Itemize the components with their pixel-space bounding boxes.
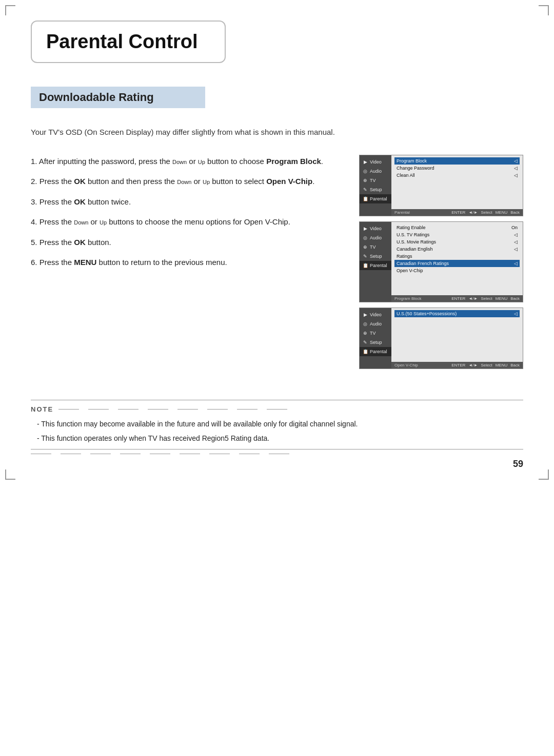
tv-footer-label-1: Parental xyxy=(394,210,410,215)
parental-icon-2: 📋 xyxy=(363,263,368,268)
note-dash xyxy=(267,409,287,410)
section-heading: Downloadable Rating xyxy=(31,87,205,108)
tv-main-1: Program Block ◁ Change Password ◁ Clean … xyxy=(391,155,523,216)
tv-sidebar-video-1: ▶ Video xyxy=(360,157,391,167)
tv-footer-1: Parental ENTER ◄/► Select MENU Back xyxy=(391,209,523,216)
note-header-row: NOTE xyxy=(31,405,523,413)
tv-footer-controls-1: ENTER ◄/► Select MENU Back xyxy=(451,210,520,215)
tv-menu-rating-enable: Rating Enable On xyxy=(394,224,520,231)
page-number: 59 xyxy=(513,459,523,469)
tv-menu-canadian-french: Canadian French Ratings ◁ xyxy=(394,260,520,267)
note-dash xyxy=(148,409,168,410)
parental-icon-1: 📋 xyxy=(363,196,368,201)
video-icon-1: ▶ xyxy=(363,159,368,165)
tv-main-content-3: U.S.(50 States+Possessions) ◁ xyxy=(391,308,523,362)
note-bottom-dash xyxy=(180,454,200,454)
tv-menu-program-block: Program Block ◁ xyxy=(394,157,520,165)
tv-screen-3: ▶ Video ◎ Audio ⊕ TV ✎ S xyxy=(359,308,523,369)
corner-mark-br xyxy=(539,469,549,480)
step-6: 6. Press the MENU button to return to th… xyxy=(31,256,344,269)
step-4: 4. Press the Down or Up buttons to choos… xyxy=(31,215,344,229)
tv-menu-canadian-english: Canadian English ◁ xyxy=(394,246,520,253)
tv-sidebar-tv-1: ⊕ TV xyxy=(360,176,391,185)
tv-footer-controls-3: ENTER ◄/► Select MENU Back xyxy=(451,363,520,367)
note-dash xyxy=(58,409,79,410)
step-1: 1. After inputting the password, press t… xyxy=(31,155,344,168)
content-area: 1. After inputting the password, press t… xyxy=(31,155,523,369)
tv-sidebar-setup-3: ✎ Setup xyxy=(360,338,391,347)
tv-menu-us-movie-ratings: U.S. Movie Ratings ◁ xyxy=(394,238,520,246)
corner-mark-tl xyxy=(5,5,15,15)
tv-menu-open-vchip: Open V-Chip xyxy=(394,267,520,274)
tv-sidebar-parental-1: 📋 Parental xyxy=(360,194,391,203)
page-title-box: Parental Control xyxy=(31,21,226,63)
note-dash xyxy=(118,409,138,410)
tv-icon-2: ⊕ xyxy=(363,244,368,250)
tv-sidebar-parental-2: 📋 Parental xyxy=(360,261,391,270)
audio-icon-2: ◎ xyxy=(363,235,368,240)
steps-column: 1. After inputting the password, press t… xyxy=(31,155,344,369)
tv-footer-label-2: Program Block xyxy=(394,296,421,301)
page-title: Parental Control xyxy=(46,31,198,52)
setup-icon-1: ✎ xyxy=(363,187,368,192)
note-bottom-dash xyxy=(239,454,260,454)
tv-icon-1: ⊕ xyxy=(363,178,368,183)
tv-sidebar-setup-2: ✎ Setup xyxy=(360,252,391,261)
tv-footer-label-3: Open V-Chip xyxy=(394,363,418,367)
note-item-1: - This function may become available in … xyxy=(31,418,523,430)
tv-sidebar-2: ▶ Video ◎ Audio ⊕ TV ✎ S xyxy=(360,222,391,302)
tv-menu-ratings-label: Ratings xyxy=(394,253,520,260)
tv-main-content-2: Rating Enable On U.S. TV Ratings ◁ U.S. … xyxy=(391,222,523,295)
setup-icon-2: ✎ xyxy=(363,254,368,259)
screens-column: ▶ Video ◎ Audio ⊕ TV ✎ S xyxy=(359,155,523,369)
video-icon-3: ▶ xyxy=(363,312,368,317)
tv-menu-change-password: Change Password ◁ xyxy=(394,165,520,172)
tv-sidebar-1: ▶ Video ◎ Audio ⊕ TV ✎ S xyxy=(360,155,391,216)
step-4-text: 4. Press the Down or Up buttons to choos… xyxy=(31,217,290,226)
note-bottom-dash xyxy=(150,454,170,454)
tv-sidebar-video-3: ▶ Video xyxy=(360,310,391,319)
step-6-text: 6. Press the MENU button to return to th… xyxy=(31,258,227,267)
video-icon-2: ▶ xyxy=(363,226,368,231)
tv-main-2: Rating Enable On U.S. TV Ratings ◁ U.S. … xyxy=(391,222,523,302)
note-item-2: - This function operates only when TV ha… xyxy=(31,433,523,444)
step-1-text: 1. After inputting the password, press t… xyxy=(31,157,323,166)
tv-sidebar-tv-2: ⊕ TV xyxy=(360,242,391,252)
note-bottom-dash xyxy=(61,454,81,454)
tv-sidebar-audio-3: ◎ Audio xyxy=(360,319,391,329)
tv-screen-1: ▶ Video ◎ Audio ⊕ TV ✎ S xyxy=(359,155,523,216)
corner-mark-tr xyxy=(539,5,549,15)
tv-icon-3: ⊕ xyxy=(363,331,368,336)
tv-sidebar-3: ▶ Video ◎ Audio ⊕ TV ✎ S xyxy=(360,308,391,369)
note-bottom-dash xyxy=(90,454,111,454)
tv-menu-us-tv-ratings: U.S. TV Ratings ◁ xyxy=(394,231,520,238)
step-3-text: 3. Press the OK button twice. xyxy=(31,197,131,206)
note-label: NOTE xyxy=(31,405,53,413)
parental-icon-3: 📋 xyxy=(363,349,368,354)
audio-icon-1: ◎ xyxy=(363,169,368,174)
tv-sidebar-video-2: ▶ Video xyxy=(360,224,391,233)
note-dash xyxy=(88,409,109,410)
corner-mark-bl xyxy=(5,469,15,480)
tv-sidebar-audio-1: ◎ Audio xyxy=(360,167,391,176)
note-dashes xyxy=(58,409,523,410)
step-2-text: 2. Press the OK button and then press th… xyxy=(31,177,314,186)
intro-text: Your TV's OSD (On Screen Display) may di… xyxy=(31,127,523,138)
note-section: NOTE - This function may become availabl… xyxy=(31,400,523,455)
tv-main-3: U.S.(50 States+Possessions) ◁ Open V-Chi… xyxy=(391,308,523,369)
note-dash xyxy=(237,409,258,410)
tv-menu-us-states: U.S.(50 States+Possessions) ◁ xyxy=(394,310,520,317)
note-dash xyxy=(207,409,228,410)
note-bottom-dash xyxy=(209,454,230,454)
note-bottom-dash xyxy=(120,454,141,454)
setup-icon-3: ✎ xyxy=(363,340,368,345)
tv-footer-3: Open V-Chip ENTER ◄/► Select MENU Back xyxy=(391,362,523,369)
tv-sidebar-parental-3: 📋 Parental xyxy=(360,347,391,356)
note-bottom-dash xyxy=(31,454,51,454)
tv-menu-clean-all: Clean All ◁ xyxy=(394,172,520,179)
note-dash xyxy=(177,409,198,410)
tv-footer-2: Program Block ENTER ◄/► Select MENU Back xyxy=(391,295,523,302)
step-3: 3. Press the OK button twice. xyxy=(31,195,344,209)
tv-sidebar-setup-1: ✎ Setup xyxy=(360,185,391,194)
step-5: 5. Press the OK button. xyxy=(31,236,344,249)
